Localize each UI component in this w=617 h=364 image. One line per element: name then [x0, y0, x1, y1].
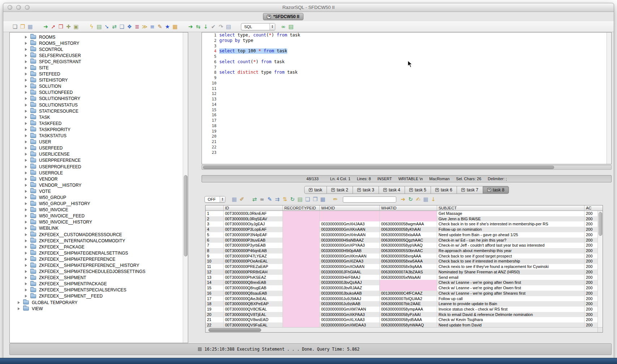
disclosure-triangle-icon[interactable]	[25, 60, 27, 63]
close-tab-icon[interactable]: ✕	[487, 188, 491, 192]
table-row[interactable]: 800T3000000P46qnEAB0033000000H9i0pAAB006…	[206, 248, 597, 254]
table-cell[interactable]: Follow-up on nomination	[437, 227, 584, 232]
table-cell[interactable]: 19	[206, 307, 224, 312]
table-cell[interactable]: 200	[584, 291, 597, 296]
insert-row-icon[interactable]: ⇉	[273, 196, 281, 203]
table-cell[interactable]: 0033000000JFhGlAAL	[320, 269, 380, 275]
disclosure-triangle-icon[interactable]	[25, 48, 27, 51]
search-input[interactable]	[343, 196, 396, 203]
table-cell[interactable]: 00630000005xfWaAAI	[380, 275, 437, 280]
table-cell[interactable]: 00T3000000P3tuvEAB	[224, 238, 283, 243]
grid-scrollbar[interactable]	[597, 211, 603, 327]
disclosure-triangle-icon[interactable]	[25, 147, 27, 150]
disclosure-triangle-icon[interactable]	[25, 264, 27, 267]
table-row[interactable]: 1700T3000000QAeJbEAL0033000000Ju9J9AAJ00…	[206, 296, 597, 302]
tree-item[interactable]: STATICRESOURCE	[10, 108, 183, 114]
table-cell[interactable]: 00630000007blc2AAE	[380, 301, 437, 307]
editor-line[interactable]: 3	[202, 43, 611, 49]
tab-task-6[interactable]: ✕task 6	[431, 186, 457, 194]
disclosure-triangle-icon[interactable]	[25, 178, 27, 181]
table-cell[interactable]: Invoice status check - check w/ RS first	[437, 307, 584, 312]
table-cell[interactable]: 0033000000GmXOiAAN	[320, 264, 380, 269]
table-cell[interactable]: 0033000000HirF8AAJ	[320, 275, 380, 280]
tree-item[interactable]: ROOMS	[10, 34, 183, 40]
editor-line[interactable]: 16	[202, 112, 611, 118]
title-bar[interactable]: RazorSQL - SFDCW50 II	[3, 3, 614, 12]
editor-line[interactable]: 18	[202, 123, 611, 129]
refresh-search-icon[interactable]: ↻	[407, 196, 414, 203]
table-cell[interactable]: 200	[584, 322, 597, 327]
table-row[interactable]: 400T3000000P3LopEAF0033000000GmXKnAAN006…	[206, 227, 597, 232]
tree-item[interactable]: SFDC_REGISTRANT	[10, 58, 183, 65]
table-cell[interactable]	[283, 238, 320, 243]
tree-item[interactable]: VENDOR__HISTORY	[10, 182, 183, 188]
table-row[interactable]: 1900T3000000QV8CfEAL0033000000GmXM7AAN00…	[206, 307, 597, 312]
open-file-icon[interactable]: ❐	[19, 23, 26, 30]
close-tab-icon[interactable]: ✕	[409, 188, 413, 192]
table-cell[interactable]: Check nexis to see if they've found a re…	[437, 264, 584, 269]
table-cell[interactable]: 00T3000000QV8CfEAL	[224, 307, 283, 312]
tree-item[interactable]: ZKFEDEX__SHIPMATEPREFERENCE	[10, 256, 183, 262]
disclosure-triangle-icon[interactable]	[25, 79, 27, 82]
table-row[interactable]: 1100T3000000PREZaEAP0033000000GmXOiAAN00…	[206, 264, 597, 269]
disclosure-triangle-icon[interactable]	[25, 190, 27, 193]
tree-item[interactable]: W50_INVOICE__HISTORY	[10, 219, 183, 225]
table-cell[interactable]	[283, 269, 320, 275]
table-cell[interactable]: 00630000007bIQUAA2	[380, 296, 437, 302]
disclosure-triangle-icon[interactable]	[25, 295, 27, 298]
table-row[interactable]: 300T3000000OiyJgEAJ0033000000GmXHJAA3006…	[206, 221, 597, 227]
tree-item[interactable]: TASK	[10, 114, 183, 120]
table-cell[interactable]: 0033000000H9aNBAAZ	[320, 238, 380, 243]
table-cell[interactable]: 0033000000H9i0pAAB	[320, 248, 380, 254]
table-cell[interactable]	[320, 216, 380, 222]
sort-rows-icon[interactable]: ⇅	[281, 196, 289, 203]
table-cell[interactable]: 0033000000GmXPYAA3	[320, 243, 380, 248]
table-cell[interactable]: Get Massage	[437, 211, 584, 216]
export-down-icon[interactable]: ↓	[430, 196, 437, 203]
editor-hscrollbar-thumb[interactable]	[203, 166, 554, 169]
editor-line[interactable]: 23	[202, 150, 611, 155]
table-cell[interactable]: 00T3000000PREZaEAP	[224, 264, 283, 269]
tree-item[interactable]: SITEFEED	[10, 71, 183, 77]
new-file-icon[interactable]: ❏	[11, 23, 19, 30]
table-cell[interactable]: Follow up call	[437, 296, 584, 302]
table-cell[interactable]: 11	[206, 264, 224, 269]
tree-scrollbar[interactable]	[183, 32, 188, 343]
disclosure-triangle-icon[interactable]	[25, 270, 27, 273]
table-cell[interactable]: 22	[206, 322, 224, 327]
table-cell[interactable]: 0033000000GmXM7AAN	[320, 307, 380, 312]
table-cell[interactable]	[283, 322, 320, 327]
text-view-icon[interactable]: ❏	[304, 196, 311, 203]
table-cell[interactable]	[283, 317, 320, 322]
grid-scrollbar-thumb[interactable]	[599, 212, 602, 236]
close-tab-icon[interactable]: ✕	[309, 188, 312, 192]
tree-item[interactable]: SOLUTIONSTATUS	[10, 102, 183, 108]
documentation-icon[interactable]: ❖	[126, 23, 133, 30]
tree-item[interactable]: WEBLINK	[10, 225, 183, 231]
table-row[interactable]: 2000T3000000QV8TjEAL0033000000GmXKPAA300…	[206, 312, 597, 317]
table-cell[interactable]	[283, 216, 320, 222]
disclosure-triangle-icon[interactable]	[25, 214, 27, 217]
table-cell[interactable]: 6	[206, 238, 224, 243]
tree-item[interactable]: ZKFEDEX__SHIPMENT__FEED	[10, 293, 183, 299]
commit-icon[interactable]: ✔	[210, 23, 217, 30]
tree-item[interactable]: TASKSTATUS	[10, 133, 183, 139]
table-cell[interactable]: 21	[206, 317, 224, 322]
table-cell[interactable]: 2	[206, 216, 224, 222]
tree-item[interactable]: ZKFEDEX__SHIPMATEPREFERENCE__HISTORY	[10, 262, 183, 268]
table-cell[interactable]	[283, 248, 320, 254]
edit-cell-icon[interactable]: ✎	[266, 196, 273, 203]
table-cell[interactable]: Rick to email David & reference Delmonte…	[437, 312, 584, 317]
table-row[interactable]: 1000T3000000POeAnEAL0033000000GmXIZAA300…	[206, 259, 597, 264]
table-cell[interactable]: 200	[584, 248, 597, 254]
table-cell[interactable]: 006300000058yd5AAA	[380, 317, 437, 322]
table-cell[interactable]	[283, 259, 320, 264]
tree-item[interactable]: SOLUTION	[10, 83, 183, 90]
disclosure-triangle-icon[interactable]	[25, 246, 27, 248]
tree-item[interactable]: ZKFEDEX__SHIPMENTPACKAGE	[10, 281, 183, 287]
filter-results-icon[interactable]: ✐	[238, 196, 246, 203]
tree-item[interactable]: ZKFEDEX__CUSTOMADDRESSSOURCE	[10, 231, 183, 238]
save-search-icon[interactable]: ▦	[422, 196, 430, 203]
table-cell[interactable]: Check w/ Leanne - we're going after Owen…	[437, 280, 584, 285]
table-cell[interactable]	[283, 291, 320, 296]
